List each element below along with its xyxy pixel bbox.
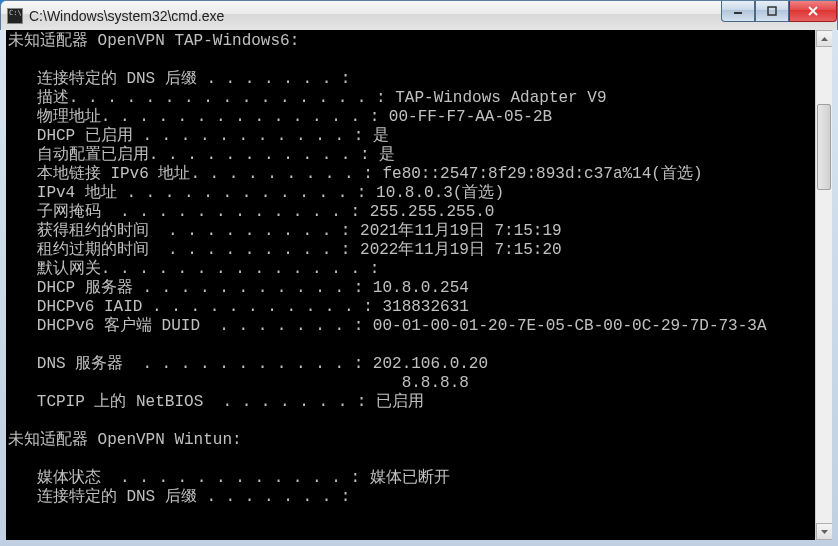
scroll-down-button[interactable] [816, 523, 832, 540]
minimize-button[interactable] [721, 1, 755, 22]
console-output[interactable]: 未知适配器 OpenVPN TAP-Windows6: 连接特定的 DNS 后缀… [6, 30, 832, 509]
scroll-thumb[interactable] [817, 104, 831, 190]
chevron-up-icon [821, 37, 828, 41]
maximize-icon [767, 6, 777, 16]
minimize-icon [733, 6, 743, 16]
close-button[interactable] [789, 1, 837, 22]
cmd-icon [7, 8, 23, 24]
window: C:\Windows\system32\cmd.exe 未知适配器 OpenVP… [0, 0, 838, 546]
window-controls [721, 1, 837, 22]
maximize-button[interactable] [755, 1, 789, 22]
console-wrap: 未知适配器 OpenVPN TAP-Windows6: 连接特定的 DNS 后缀… [6, 30, 832, 540]
chevron-down-icon [821, 530, 828, 534]
titlebar[interactable]: C:\Windows\system32\cmd.exe [0, 0, 838, 30]
close-icon [807, 6, 819, 16]
window-title: C:\Windows\system32\cmd.exe [29, 8, 837, 24]
scroll-track[interactable] [816, 47, 832, 523]
svg-rect-0 [734, 12, 742, 14]
svg-rect-1 [768, 7, 776, 15]
vertical-scrollbar[interactable] [815, 30, 832, 540]
scroll-up-button[interactable] [816, 30, 832, 47]
client-area: 未知适配器 OpenVPN TAP-Windows6: 连接特定的 DNS 后缀… [0, 30, 838, 546]
